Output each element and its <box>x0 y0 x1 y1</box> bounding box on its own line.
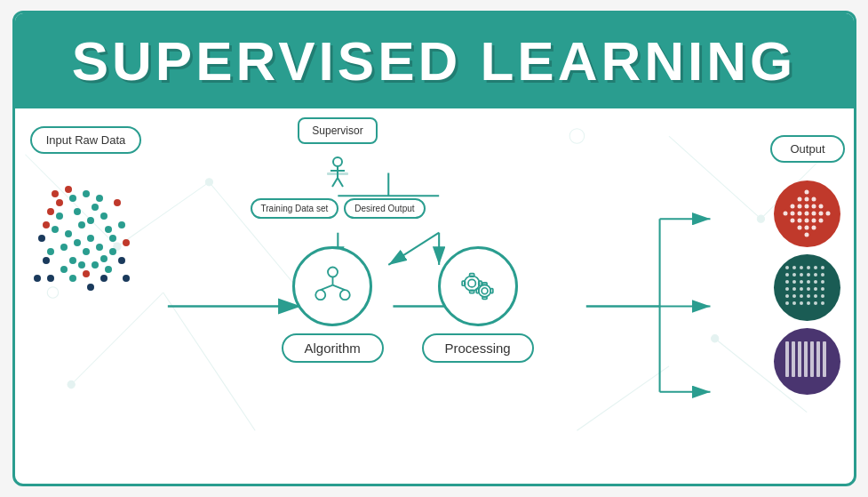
svg-point-122 <box>812 226 816 230</box>
input-label: Input Raw Data <box>30 126 142 154</box>
svg-point-105 <box>805 204 809 209</box>
svg-point-43 <box>74 239 81 246</box>
supervisor-label: Supervisor <box>298 117 377 144</box>
supervisor-section: Supervisor Training Data set Desired Out… <box>251 117 426 224</box>
svg-point-48 <box>69 257 76 264</box>
svg-point-149 <box>792 294 796 298</box>
svg-point-69 <box>43 257 50 264</box>
svg-point-134 <box>814 273 817 277</box>
svg-point-152 <box>814 294 817 298</box>
svg-point-133 <box>807 273 810 277</box>
svg-point-64 <box>123 239 130 246</box>
svg-point-126 <box>800 266 803 269</box>
svg-point-101 <box>805 197 809 202</box>
svg-point-44 <box>87 235 94 242</box>
svg-point-135 <box>821 273 824 277</box>
svg-line-5 <box>668 136 760 219</box>
desired-output-label: Desired Output <box>344 198 425 219</box>
svg-point-142 <box>785 287 789 291</box>
svg-point-127 <box>807 266 810 269</box>
svg-point-132 <box>800 273 803 277</box>
svg-point-59 <box>56 199 63 206</box>
training-data-label: Training Data set <box>251 198 339 219</box>
svg-point-50 <box>78 261 85 269</box>
svg-point-81 <box>328 267 338 277</box>
svg-rect-162 <box>798 341 801 377</box>
svg-point-57 <box>105 266 112 273</box>
svg-point-137 <box>792 280 796 284</box>
input-section: Input Raw Data <box>24 126 148 301</box>
svg-line-78 <box>332 178 338 187</box>
svg-point-110 <box>798 212 802 216</box>
svg-point-53 <box>60 266 68 273</box>
svg-point-33 <box>92 204 99 211</box>
svg-point-88 <box>468 279 475 286</box>
svg-point-102 <box>812 197 816 202</box>
svg-point-49 <box>100 255 108 262</box>
svg-point-150 <box>800 294 803 298</box>
sub-labels: Training Data set Desired Output <box>251 198 426 219</box>
svg-line-86 <box>332 285 345 290</box>
svg-point-157 <box>807 301 810 305</box>
svg-point-145 <box>807 287 810 291</box>
svg-point-141 <box>821 280 824 284</box>
svg-rect-166 <box>823 341 826 377</box>
svg-line-3 <box>71 293 163 385</box>
svg-line-79 <box>338 178 343 187</box>
output-section: Output <box>770 135 844 395</box>
svg-point-107 <box>819 204 824 209</box>
output-circle-teal <box>774 254 840 321</box>
svg-point-10 <box>205 179 212 186</box>
svg-point-159 <box>821 301 824 305</box>
svg-rect-96 <box>482 296 487 299</box>
svg-point-60 <box>47 208 54 215</box>
svg-point-115 <box>791 219 795 223</box>
output-circles <box>774 180 840 395</box>
main-container: SUPERVISED LEARNING <box>12 11 856 486</box>
output-label: Output <box>770 135 844 163</box>
svg-point-131 <box>792 273 796 277</box>
svg-point-147 <box>821 287 824 291</box>
svg-point-89 <box>479 285 491 297</box>
svg-point-66 <box>83 270 90 277</box>
svg-point-13 <box>711 335 718 342</box>
svg-point-39 <box>65 230 72 237</box>
svg-point-153 <box>821 294 824 298</box>
svg-point-144 <box>800 287 803 291</box>
processing-label: Processing <box>422 333 534 363</box>
svg-point-123 <box>805 233 809 237</box>
svg-point-56 <box>47 248 54 255</box>
svg-point-37 <box>78 221 85 228</box>
svg-point-52 <box>92 261 99 269</box>
svg-line-4 <box>163 293 254 430</box>
algorithm-section: Algorithm <box>282 246 384 363</box>
svg-point-112 <box>812 212 816 216</box>
algorithm-label: Algorithm <box>282 333 384 363</box>
svg-point-34 <box>74 208 81 215</box>
svg-point-99 <box>805 190 809 195</box>
svg-point-90 <box>482 287 488 293</box>
svg-point-148 <box>785 294 789 298</box>
svg-point-104 <box>798 204 802 209</box>
svg-point-116 <box>798 219 802 223</box>
svg-point-158 <box>814 301 817 305</box>
svg-point-156 <box>800 301 803 305</box>
svg-point-16 <box>569 129 585 144</box>
svg-rect-164 <box>810 341 814 377</box>
svg-point-125 <box>792 266 796 269</box>
svg-point-61 <box>65 186 72 193</box>
svg-point-36 <box>96 195 103 202</box>
svg-point-40 <box>105 226 112 233</box>
svg-point-35 <box>87 217 94 224</box>
svg-point-138 <box>800 280 803 284</box>
svg-point-74 <box>87 284 94 291</box>
svg-point-154 <box>785 301 789 305</box>
svg-rect-80 <box>327 172 348 175</box>
algorithm-circle <box>292 246 372 326</box>
svg-point-31 <box>69 195 76 202</box>
svg-point-118 <box>812 219 816 223</box>
svg-point-47 <box>83 248 90 255</box>
svg-rect-163 <box>804 341 808 377</box>
output-circle-purple <box>774 328 840 395</box>
svg-point-108 <box>784 212 788 216</box>
